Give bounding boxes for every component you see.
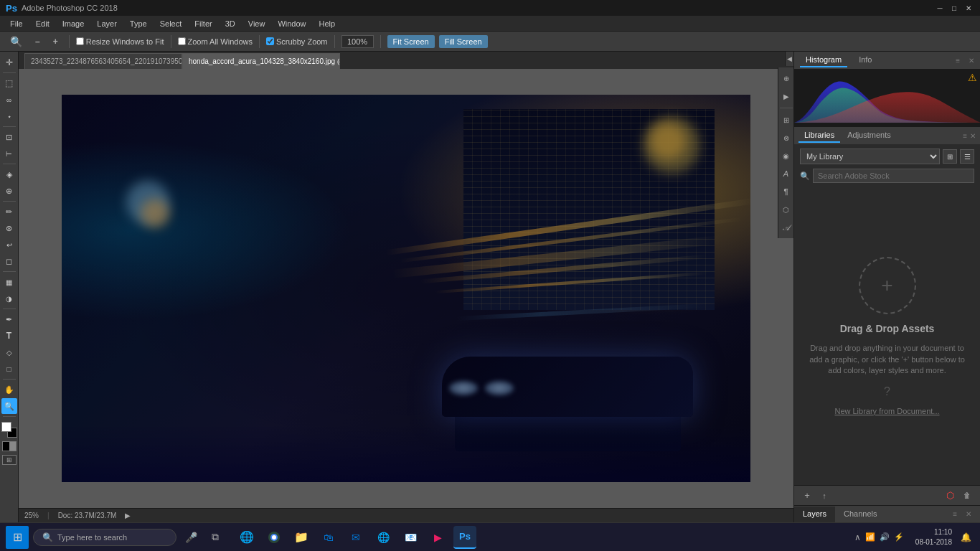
taskbar-mail[interactable]: ✉ [344,526,367,549]
tab-histogram[interactable]: Histogram [800,53,847,67]
tool-pen[interactable]: ✒ [1,311,17,327]
library-dropdown[interactable]: My Library [800,149,940,164]
zoom-all-checkbox[interactable]: Zoom All Windows [178,37,253,46]
sys-chevron-up[interactable]: ∧ [854,532,861,542]
tool-move[interactable]: ✛ [1,55,17,70]
panel-tool-5[interactable]: ◉ [778,148,794,164]
start-button[interactable]: ⊞ [6,526,29,549]
panel-tool-2[interactable]: ▶ [778,88,794,104]
sys-battery[interactable]: ⚡ [894,532,904,542]
maximize-button[interactable]: □ [948,2,960,14]
tool-gradient[interactable]: ▦ [1,274,17,290]
panel-expand-icon[interactable]: ≡ [948,507,961,521]
sys-sound[interactable]: 🔊 [880,532,890,542]
histogram-menu-icon[interactable]: ≡ [956,57,960,65]
menu-view[interactable]: View [242,18,271,29]
scrubby-zoom-input[interactable] [266,37,274,45]
tool-eyedropper[interactable]: ◈ [1,166,17,182]
menu-window[interactable]: Window [272,18,311,29]
panel-tool-6[interactable]: A [778,166,794,182]
quick-mask[interactable] [2,441,17,451]
new-library-link[interactable]: New Library from Document... [834,407,939,415]
tool-hand[interactable]: ✋ [1,382,17,397]
menu-3d[interactable]: 3D [220,18,241,29]
tab-second-image[interactable]: honda_accord_acura_104328_3840x2160.jpg … [182,53,340,69]
library-grid-view[interactable]: ⊞ [943,149,957,164]
tool-healing[interactable]: ⊕ [1,183,17,199]
adobe-stock-icon[interactable]: ⬡ [943,489,957,503]
tool-clone[interactable]: ⊛ [1,220,17,236]
notification-icon[interactable]: 🔔 [958,532,974,542]
scrubby-zoom-checkbox[interactable]: Scrubby Zoom [266,37,328,46]
foreground-color[interactable] [1,422,17,438]
tool-blur[interactable]: ◑ [1,291,17,306]
panel-tool-1[interactable]: ⊕ [778,70,794,86]
taskbar-chrome[interactable] [263,526,286,549]
taskbar-edge[interactable]: 🌐 [235,526,258,549]
status-arrow[interactable]: ▶ [125,512,131,519]
tool-zoom[interactable]: 🔍 [1,398,17,414]
taskbar-store[interactable]: 🛍 [317,526,340,549]
search-input[interactable] [813,169,974,183]
add-asset-button[interactable]: + [800,489,814,503]
tool-wand[interactable]: ⋆ [1,108,17,124]
tab-adjustments[interactable]: Adjustments [842,128,897,143]
panel-tool-3[interactable]: ⊞ [778,112,794,128]
tool-selection[interactable]: ⬚ [1,75,17,91]
taskbar-explorer[interactable]: 📁 [290,526,313,549]
menu-help[interactable]: Help [314,18,341,29]
delete-button[interactable]: 🗑 [960,489,974,503]
library-list-view[interactable]: ☰ [960,149,974,164]
panel-tool-7[interactable]: ¶ [778,184,794,199]
task-view-button[interactable]: ⧉ [205,527,225,547]
taskbar-browser2[interactable]: 🌐 [372,526,395,549]
tab-channels[interactable]: Channels [835,507,885,522]
upload-button[interactable]: ↑ [817,489,831,503]
tool-type[interactable]: T [1,328,17,344]
tab-first-image[interactable]: 23435273_2234876563405654_22019107395080… [24,53,182,69]
zoom-out-button[interactable]: 🔍 [6,34,27,50]
tool-brush[interactable]: ✏ [1,204,17,220]
resize-windows-checkbox[interactable]: Resize Windows to Fit [76,37,164,46]
panel-collapse-button[interactable]: ◀ [785,52,793,66]
menu-file[interactable]: File [4,18,29,29]
taskbar-search[interactable]: 🔍 Type here to search [33,529,176,546]
panel-tool-8[interactable]: ⬡ [778,202,794,217]
tab-info[interactable]: Info [853,53,877,67]
menu-image[interactable]: Image [57,18,90,29]
histogram-close-icon[interactable]: ✕ [969,57,974,65]
panel-tool-4[interactable]: ⊗ [778,130,794,146]
minimize-button[interactable]: ─ [934,2,946,14]
screen-mode[interactable]: ⊞ [2,455,17,465]
tool-lasso[interactable]: ∞ [1,92,17,108]
close-button[interactable]: ✕ [963,2,974,14]
libraries-close-icon[interactable]: ✕ [970,132,976,140]
menu-select[interactable]: Select [154,18,188,29]
menu-layer[interactable]: Layer [91,18,123,29]
taskbar-photoshop[interactable]: Ps [453,526,476,549]
mic-button[interactable]: 🎤 [181,527,201,547]
taskbar-mail2[interactable]: 📧 [399,526,422,549]
libraries-menu-icon[interactable]: ≡ [963,132,967,140]
tool-shape[interactable]: □ [1,361,17,377]
tool-eraser[interactable]: ◻ [1,253,17,269]
tool-history[interactable]: ↩ [1,237,17,253]
menu-filter[interactable]: Filter [189,18,217,29]
sys-network[interactable]: 📶 [865,532,875,542]
fit-screen-button[interactable]: Fit Screen [387,35,435,48]
zoom-input[interactable]: 100% [341,35,374,48]
panel-close-icon[interactable]: ✕ [961,507,976,521]
panel-tool-9[interactable]: 𝒜 [778,220,794,235]
tab-libraries[interactable]: Libraries [798,128,840,143]
resize-windows-input[interactable] [76,37,84,45]
menu-type[interactable]: Type [124,18,153,29]
tab-layers[interactable]: Layers [794,507,835,522]
taskbar-clock[interactable]: 11:10 08-01-2018 [915,527,952,547]
zoom-all-input[interactable] [178,37,186,45]
fill-screen-button[interactable]: Fill Screen [439,35,488,48]
tool-slice[interactable]: ⊢ [1,146,17,161]
taskbar-media[interactable]: ▶ [426,526,449,549]
tool-crop[interactable]: ⊡ [1,129,17,145]
menu-edit[interactable]: Edit [30,18,55,29]
tool-path[interactable]: ◇ [1,344,17,360]
